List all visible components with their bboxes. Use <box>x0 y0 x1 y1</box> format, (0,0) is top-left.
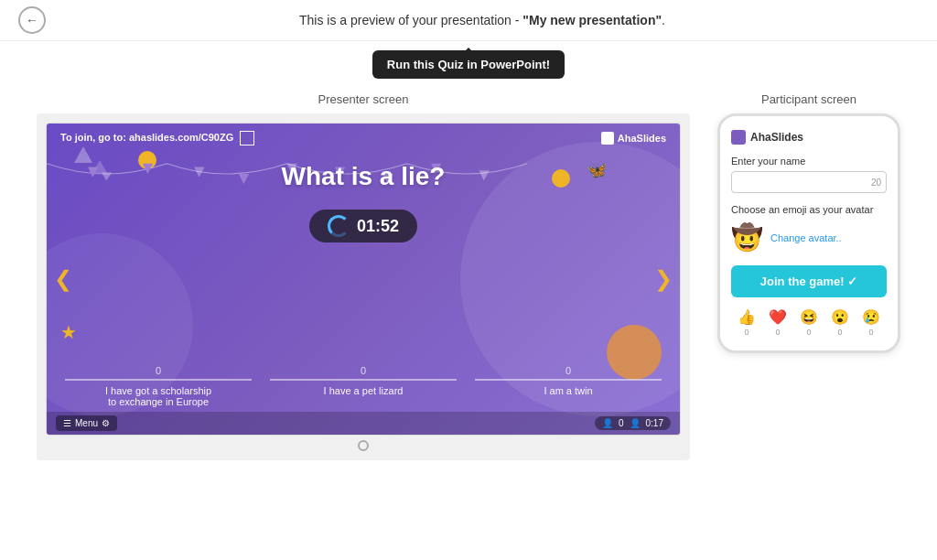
sad-count: 0 <box>868 328 873 337</box>
reaction-heart[interactable]: ❤️ 0 <box>769 308 787 337</box>
answer-divider <box>65 379 252 381</box>
answer-option: 0 I am a twin <box>475 365 662 407</box>
connector <box>46 440 681 451</box>
laugh-count: 0 <box>806 328 811 337</box>
people-icon: 👤 <box>602 418 613 428</box>
menu-label: Menu <box>75 418 98 428</box>
join-button[interactable]: Join the game! ✓ <box>731 265 887 297</box>
timer-ring <box>328 215 350 237</box>
main-content: Presenter screen ★ <box>0 79 937 474</box>
menu-button[interactable]: ☰ Menu ⚙ <box>56 415 117 431</box>
slide-outer: ★ <box>46 123 681 436</box>
name-input-wrapper: 20 <box>731 171 887 193</box>
tooltip-area: Run this Quiz in PowerPoint! <box>0 50 937 79</box>
name-input[interactable] <box>731 171 887 193</box>
time-stat: 0:17 <box>646 418 663 428</box>
reaction-sad[interactable]: 😢 0 <box>862 308 880 337</box>
logo-icon <box>601 132 614 145</box>
prev-slide-button[interactable]: ❮ <box>54 266 72 292</box>
change-avatar-link[interactable]: Change avatar.. <box>770 232 842 243</box>
answer-divider <box>270 379 457 381</box>
reaction-laugh[interactable]: 😆 0 <box>800 308 818 337</box>
answer-count: 0 <box>270 365 457 376</box>
slide-container: ★ <box>37 113 690 460</box>
phone-logo-text: AhaSlides <box>750 131 803 144</box>
emoji-label: Choose an emoji as your avatar <box>731 204 887 215</box>
answer-text: I am a twin <box>475 385 662 396</box>
connector-dot <box>358 440 369 451</box>
name-input-label: Enter your name <box>731 156 887 167</box>
join-text: To join, go to: ahaslides.com/C90ZG <box>60 131 254 145</box>
reaction-wow[interactable]: 😮 0 <box>831 308 849 337</box>
thumbsup-count: 0 <box>744 328 749 337</box>
reactions-row: 👍 0 ❤️ 0 😆 0 😮 0 😢 0 <box>731 308 887 337</box>
answer-count: 0 <box>65 365 252 376</box>
timer-value: 01:52 <box>357 217 399 236</box>
answer-option: 0 I have a pet lizard <box>270 365 457 407</box>
quiz-title: What is a lie? <box>47 162 680 191</box>
phone-logo: AhaSlides <box>731 130 887 145</box>
answer-option: 0 I have got a scholarshipto exchange in… <box>65 365 252 407</box>
settings-icon: ⚙ <box>102 418 110 428</box>
participant-count: 0 <box>619 418 624 428</box>
reaction-thumbsup[interactable]: 👍 0 <box>738 308 756 337</box>
star-decoration: ★ <box>60 321 77 343</box>
char-count: 20 <box>871 178 881 188</box>
presenter-section: Presenter screen ★ <box>37 92 690 460</box>
answer-count: 0 <box>475 365 662 376</box>
phone-logo-icon <box>731 130 746 145</box>
slide-footer: ☰ Menu ⚙ 👤 0 👤 0:17 <box>47 412 680 435</box>
back-button[interactable]: ← <box>18 6 46 34</box>
heart-count: 0 <box>775 328 780 337</box>
header: ← This is a preview of your presentation… <box>0 0 937 41</box>
avatar-row: 🤠 Change avatar.. <box>731 222 887 253</box>
wow-emoji: 😮 <box>831 308 849 326</box>
thumbsup-emoji: 👍 <box>738 308 756 326</box>
menu-icon: ☰ <box>63 418 71 428</box>
timer-container: 01:52 <box>47 210 680 242</box>
answer-divider <box>475 379 662 381</box>
next-slide-button[interactable]: ❯ <box>654 266 673 292</box>
qr-icon <box>240 131 254 145</box>
slide: ★ <box>47 124 680 435</box>
presenter-label: Presenter screen <box>37 92 690 106</box>
footer-stats: 👤 0 👤 0:17 <box>595 416 671 430</box>
sad-emoji: 😢 <box>862 308 880 326</box>
slide-header: To join, go to: ahaslides.com/C90ZG AhaS… <box>47 124 680 153</box>
avatar-emoji: 🤠 <box>731 222 763 253</box>
timer: 01:52 <box>309 210 417 242</box>
participant-section: Participant screen AhaSlides Enter your … <box>717 92 900 353</box>
header-preview-text: This is a preview of your presentation -… <box>46 13 919 27</box>
answer-text: I have a pet lizard <box>270 385 457 396</box>
ahaslides-logo: AhaSlides <box>601 132 666 145</box>
wow-count: 0 <box>837 328 842 337</box>
answer-options: 0 I have got a scholarshipto exchange in… <box>65 365 662 407</box>
run-powerpoint-button[interactable]: Run this Quiz in PowerPoint! <box>372 50 565 79</box>
phone-frame: AhaSlides Enter your name 20 Choose an e… <box>717 113 900 353</box>
clock-icon: 👤 <box>630 418 641 428</box>
answer-text: I have got a scholarshipto exchange in E… <box>65 385 252 407</box>
participant-label: Participant screen <box>717 92 900 106</box>
laugh-emoji: 😆 <box>800 308 818 326</box>
heart-emoji: ❤️ <box>769 308 787 326</box>
